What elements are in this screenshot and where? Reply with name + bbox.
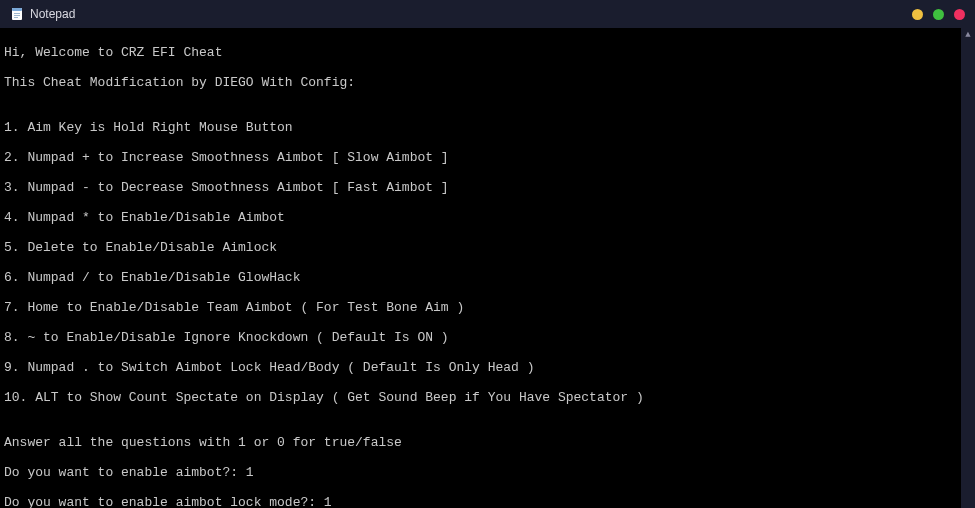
svg-rect-1 [12,8,22,11]
svg-rect-3 [14,15,20,16]
text-line: Answer all the questions with 1 or 0 for… [4,435,957,450]
qa-answer: 1 [324,495,332,508]
minimize-button[interactable] [912,9,923,20]
title-bar[interactable]: Notepad [0,0,975,28]
qa-line: Do you want to enable aimbot lock mode?:… [4,495,957,508]
svg-rect-4 [14,17,18,18]
text-line: 7. Home to Enable/Disable Team Aimbot ( … [4,300,957,315]
scroll-up-arrow[interactable]: ▲ [961,28,975,42]
text-line: Hi, Welcome to CRZ EFI Cheat [4,45,957,60]
vertical-scrollbar[interactable]: ▲ [961,28,975,508]
notepad-icon [10,7,24,21]
text-line: 9. Numpad . to Switch Aimbot Lock Head/B… [4,360,957,375]
qa-question: Do you want to enable aimbot lock mode?: [4,495,324,508]
text-line: 4. Numpad * to Enable/Disable Aimbot [4,210,957,225]
text-content[interactable]: Hi, Welcome to CRZ EFI Cheat This Cheat … [0,28,961,508]
text-line: 3. Numpad - to Decrease Smoothness Aimbo… [4,180,957,195]
qa-question: Do you want to enable aimbot?: [4,465,246,480]
maximize-button[interactable] [933,9,944,20]
window-controls [912,9,965,20]
text-line: 8. ~ to Enable/Disable Ignore Knockdown … [4,330,957,345]
qa-line: Do you want to enable aimbot?: 1 [4,465,957,480]
svg-rect-2 [14,13,20,14]
text-line: 2. Numpad + to Increase Smoothness Aimbo… [4,150,957,165]
text-line: This Cheat Modification by DIEGO With Co… [4,75,957,90]
client-area: Hi, Welcome to CRZ EFI Cheat This Cheat … [0,28,975,508]
close-button[interactable] [954,9,965,20]
window-title: Notepad [30,7,75,21]
qa-answer: 1 [246,465,254,480]
text-line: 1. Aim Key is Hold Right Mouse Button [4,120,957,135]
text-line: 10. ALT to Show Count Spectate on Displa… [4,390,957,405]
text-line: 5. Delete to Enable/Disable Aimlock [4,240,957,255]
text-line: 6. Numpad / to Enable/Disable GlowHack [4,270,957,285]
